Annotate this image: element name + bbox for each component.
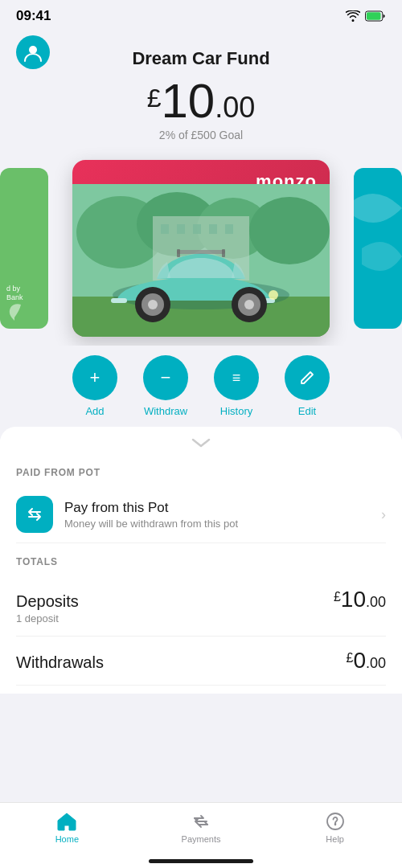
- withdraw-icon: −: [161, 367, 171, 388]
- balance-currency: £: [147, 85, 162, 111]
- withdraw-button[interactable]: −: [143, 355, 188, 400]
- transfer-icon: [24, 504, 45, 525]
- bottom-nav: Home Payments Help: [0, 802, 402, 868]
- edit-label: Edit: [298, 405, 316, 417]
- edit-button[interactable]: [285, 355, 330, 400]
- deposits-row: Deposits 1 deposit £10.00: [16, 575, 386, 637]
- status-icons: [346, 10, 386, 22]
- payments-icon: [190, 811, 212, 832]
- deposits-currency: £: [334, 590, 341, 604]
- card-side-right: [354, 168, 402, 329]
- wifi-icon: [346, 10, 360, 22]
- balance-amount: £10.00: [0, 77, 402, 125]
- pot-row-subtitle: Money will be withdrawn from this pot: [64, 518, 381, 530]
- svg-rect-9: [161, 224, 169, 234]
- svg-rect-26: [177, 249, 180, 257]
- deposits-whole: 10: [341, 587, 366, 612]
- add-button-group: + Add: [72, 355, 117, 417]
- svg-rect-11: [193, 224, 201, 234]
- svg-rect-10: [177, 224, 185, 234]
- main-card[interactable]: monzo: [72, 160, 330, 337]
- card-carousel: d byBank monzo: [0, 145, 402, 346]
- chevron-right-icon: ›: [381, 506, 386, 523]
- withdraw-label: Withdraw: [144, 405, 187, 417]
- svg-rect-27: [222, 249, 225, 257]
- card-side-left-text: d byBank: [6, 285, 42, 303]
- nav-payments[interactable]: Payments: [134, 811, 269, 844]
- svg-point-7: [249, 197, 330, 264]
- withdrawals-whole: 0: [353, 648, 366, 673]
- help-label: Help: [326, 834, 344, 844]
- deposits-sub: 1 deposit: [16, 612, 79, 624]
- payments-label: Payments: [182, 834, 221, 844]
- add-label: Add: [85, 405, 104, 417]
- status-bar: 09:41: [0, 0, 402, 29]
- svg-rect-25: [177, 250, 225, 254]
- car-scene-svg: [72, 184, 330, 337]
- svg-rect-12: [209, 224, 217, 234]
- deposits-pence: .00: [366, 594, 386, 610]
- deposits-name: Deposits: [16, 592, 79, 611]
- history-button-group: ≡ History: [214, 355, 259, 417]
- help-icon: [324, 811, 347, 832]
- chevron-down-icon: [188, 436, 214, 449]
- chevron-divider: [0, 427, 402, 454]
- withdrawals-amount: £0.00: [346, 648, 386, 674]
- add-button[interactable]: +: [72, 355, 117, 400]
- bottom-sheet: PAID FROM POT Pay from this Pot Money wi…: [0, 427, 402, 694]
- card-side-right-art: [354, 168, 402, 329]
- card-background: monzo: [72, 160, 330, 337]
- balance-whole: 10: [162, 74, 215, 128]
- edit-button-group: Edit: [285, 355, 330, 417]
- pot-row-title: Pay from this Pot: [64, 500, 381, 516]
- totals-section: TOTALS Deposits 1 deposit £10.00 Withdra…: [16, 543, 386, 694]
- deposits-row-left: Deposits 1 deposit: [16, 592, 79, 624]
- history-icon: ≡: [232, 370, 241, 387]
- home-label: Home: [55, 834, 79, 844]
- svg-point-20: [148, 300, 158, 309]
- nav-help[interactable]: Help: [268, 811, 402, 844]
- deposits-amount: £10.00: [334, 587, 386, 612]
- pot-row-text: Pay from this Pot Money will be withdraw…: [64, 500, 381, 530]
- card-side-left: d byBank: [0, 168, 48, 329]
- pot-icon-box: [16, 496, 53, 533]
- header: Dream Car Fund: [0, 29, 402, 69]
- goal-text: 2% of £500 Goal: [0, 129, 402, 141]
- svg-point-23: [244, 300, 254, 309]
- history-label: History: [220, 405, 252, 417]
- balance-pence: .00: [215, 91, 255, 124]
- balance-section: £10.00 2% of £500 Goal: [0, 69, 402, 145]
- totals-section-label: TOTALS: [16, 543, 386, 575]
- withdrawals-pence: .00: [366, 655, 386, 671]
- svg-rect-13: [225, 224, 233, 234]
- home-icon: [55, 811, 78, 832]
- withdrawals-row: Withdrawals £0.00: [16, 637, 386, 686]
- svg-rect-16: [111, 298, 127, 303]
- history-button[interactable]: ≡: [214, 355, 259, 400]
- status-time: 09:41: [16, 8, 51, 24]
- action-buttons: + Add − Withdraw ≡ History Edit: [0, 346, 402, 424]
- svg-point-24: [269, 290, 278, 300]
- pot-title: Dream Car Fund: [16, 48, 386, 69]
- battery-icon: [365, 10, 386, 22]
- svg-rect-1: [367, 12, 381, 19]
- bottom-sheet-content: PAID FROM POT Pay from this Pot Money wi…: [0, 454, 402, 694]
- nav-home[interactable]: Home: [0, 811, 134, 844]
- add-icon: +: [90, 367, 100, 388]
- edit-icon: [298, 369, 316, 387]
- withdrawals-row-left: Withdrawals: [16, 653, 104, 672]
- pay-from-pot-row[interactable]: Pay from this Pot Money will be withdraw…: [16, 486, 386, 543]
- withdrawals-name: Withdrawals: [16, 653, 104, 672]
- leaf-icon: [6, 303, 23, 322]
- home-indicator-bar: [149, 859, 253, 863]
- withdraw-button-group: − Withdraw: [143, 355, 188, 417]
- paid-from-pot-section-label: PAID FROM POT: [16, 454, 386, 486]
